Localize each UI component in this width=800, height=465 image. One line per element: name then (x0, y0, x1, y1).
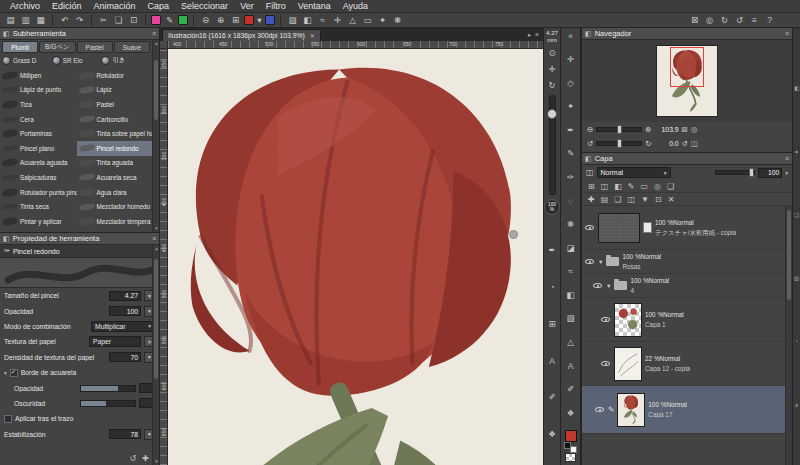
figure-icon[interactable]: △ (346, 14, 359, 26)
magic-wand-tool-icon[interactable]: ✦ (564, 100, 577, 113)
stabilization-input[interactable]: 78 (109, 429, 141, 439)
zoom-out-icon[interactable]: ⊖ (199, 14, 212, 26)
subtool-item[interactable]: SR Elo (52, 54, 101, 67)
copy-icon[interactable]: ❏ (112, 14, 125, 26)
register-settings-icon[interactable]: ✚ (142, 454, 149, 463)
hand-quick-icon[interactable]: ❖ (546, 428, 559, 440)
lock-layer-icon[interactable]: ◫ (601, 182, 609, 191)
zoom-in-icon[interactable]: ⊕ (214, 14, 227, 26)
brush-size-input[interactable]: 4.27 (109, 291, 141, 301)
hand-tool-icon[interactable]: ❖ (564, 406, 577, 419)
eyedropper-quick-icon[interactable]: ✐ (546, 391, 559, 403)
dock-tab-menu-icon[interactable]: ≡ (795, 402, 798, 408)
menu-item-seleccionar[interactable]: Seleccionar (175, 1, 234, 11)
subtool-item[interactable]: Lápiz de punto (0, 83, 77, 98)
layer-visibility-icon[interactable] (595, 407, 604, 412)
layer-folder-row[interactable]: ▼ 100 %NormalRosas (582, 250, 785, 274)
paper-texture-select[interactable]: Paper (89, 336, 141, 347)
main-color-swatch[interactable] (565, 430, 577, 442)
subtool-item[interactable]: Rotulador punta pincel (0, 185, 77, 200)
zoom-in-icon[interactable]: ⊕ (645, 125, 651, 134)
subtool-item[interactable]: Acuarela seca (77, 170, 154, 185)
opacity-input[interactable]: 100 (109, 306, 141, 316)
layer-opacity-slider[interactable] (715, 170, 755, 175)
two-pane-icon[interactable]: ❏ (667, 182, 674, 191)
menu-item-ver[interactable]: Ver (234, 1, 260, 11)
layer-visibility-icon[interactable] (601, 317, 610, 322)
collapse-panel-icon[interactable]: « (564, 29, 577, 42)
dock-tab-subview-icon[interactable]: ✦ (794, 149, 799, 155)
subtool-tab[interactable]: Plumil (2, 41, 38, 53)
post-stroke-checkbox[interactable] (4, 415, 12, 423)
text-quick-icon[interactable]: A (546, 355, 559, 367)
layer-thumbnail[interactable] (598, 213, 640, 243)
chevron-down-icon[interactable]: ▾ (785, 170, 788, 176)
menu-item-animacion[interactable]: Animación (88, 1, 142, 11)
zoom-out-icon[interactable]: ⊖ (587, 125, 593, 134)
new-layer-icon[interactable]: ✚ (588, 195, 595, 204)
subtool-item[interactable]: Agua clara (77, 185, 154, 200)
lasso-tool-icon[interactable]: ◇ (564, 76, 577, 89)
subtool-item[interactable]: 引き (101, 54, 150, 67)
subtool-tab[interactable]: Pastel (77, 41, 113, 53)
foreground-background-swatches[interactable] (564, 442, 577, 453)
subtool-item[interactable]: Rotulador (77, 68, 154, 83)
slider-handle[interactable] (547, 109, 557, 119)
fill-tool-icon[interactable]: ◧ (564, 288, 577, 301)
pencil-tool-icon[interactable]: ✎ (564, 147, 577, 160)
subtool-tab[interactable]: Suave (114, 41, 150, 53)
restore-defaults-icon[interactable]: ↺ (130, 454, 137, 463)
subtool-item[interactable]: Acuarela aguada (0, 156, 77, 171)
panel-menu-icon[interactable]: ≡ (152, 30, 156, 37)
layer-blend-mode-select[interactable]: Normal ▾ (597, 167, 671, 178)
help-icon[interactable]: ? (763, 14, 776, 26)
menu-item-ayuda[interactable]: Ayuda (337, 1, 374, 11)
delete-layer-icon[interactable]: ✕ (668, 195, 675, 204)
layer-row[interactable]: 100 %NormalCapa 1 (582, 298, 785, 342)
fill-icon[interactable]: ◧ (301, 14, 314, 26)
subtool-item[interactable]: Grass D (2, 54, 51, 67)
rotate-slider[interactable] (596, 141, 642, 146)
gradient-icon[interactable]: ▨ (286, 14, 299, 26)
pen-tool-icon[interactable]: ✒ (564, 123, 577, 136)
menu-item-filtro[interactable]: Filtro (260, 1, 292, 11)
layer-thumbnail[interactable] (614, 347, 642, 381)
close-tab-icon[interactable]: ✕ (310, 32, 315, 39)
panel-menu-icon[interactable]: ≡ (152, 235, 156, 242)
redo-icon[interactable]: ↷ (73, 14, 86, 26)
layer-visibility-icon[interactable] (601, 361, 610, 366)
tab-scroll-icon[interactable]: ▸ (528, 31, 531, 39)
menu-item-edicion[interactable]: Edición (46, 1, 88, 11)
fit-view-icon[interactable]: ⊠ (688, 14, 701, 26)
subtool-item[interactable]: Tiza (0, 97, 77, 112)
eyedropper-tool-icon[interactable]: ✐ (564, 383, 577, 396)
decoration-tool-icon[interactable]: ❋ (564, 218, 577, 231)
edge-darkness-slider[interactable] (80, 400, 136, 407)
transfer-layer-icon[interactable]: ⊡ (655, 195, 662, 204)
paste-icon[interactable]: ⊡ (127, 14, 140, 26)
undo-icon[interactable]: ↶ (58, 14, 71, 26)
save-icon[interactable]: ▦ (34, 14, 47, 26)
rotate-ccw-icon[interactable]: ↺ (587, 139, 593, 148)
text-tool-icon[interactable]: A (564, 359, 577, 372)
watercolor-edge-checkbox[interactable]: ✓ (10, 369, 18, 377)
chevron-down-icon[interactable]: ▾ (256, 14, 263, 26)
layer-row-selected[interactable]: ✎ 100 %NormalCapa 17 (582, 386, 785, 434)
edge-opacity-slider[interactable] (80, 385, 136, 392)
menu-item-capa[interactable]: Capa (142, 1, 176, 11)
subtool-scrollbar[interactable]: ▲▼ (152, 40, 159, 232)
fit-to-screen-icon[interactable]: ⊠ (682, 125, 688, 134)
layer-thumbnail[interactable] (614, 303, 642, 337)
navigator-thumbnail[interactable] (657, 46, 717, 116)
rotate-cw-icon[interactable]: ↻ (645, 139, 651, 148)
rotate-ccw-icon[interactable]: ↺ (733, 14, 746, 26)
move-icon[interactable]: ✛ (331, 14, 344, 26)
open-file-icon[interactable]: ▥ (19, 14, 32, 26)
folder-collapse-icon[interactable]: ▼ (606, 283, 611, 289)
pen-quick-icon[interactable]: ✒ (546, 244, 559, 256)
new-folder-icon[interactable]: ▤ (601, 195, 609, 204)
menu-item-ventana[interactable]: Ventana (292, 1, 337, 11)
slider-handle[interactable] (617, 125, 622, 134)
gradient-tool-icon[interactable]: ▨ (564, 312, 577, 325)
merge-down-icon[interactable]: ▼ (641, 195, 649, 204)
